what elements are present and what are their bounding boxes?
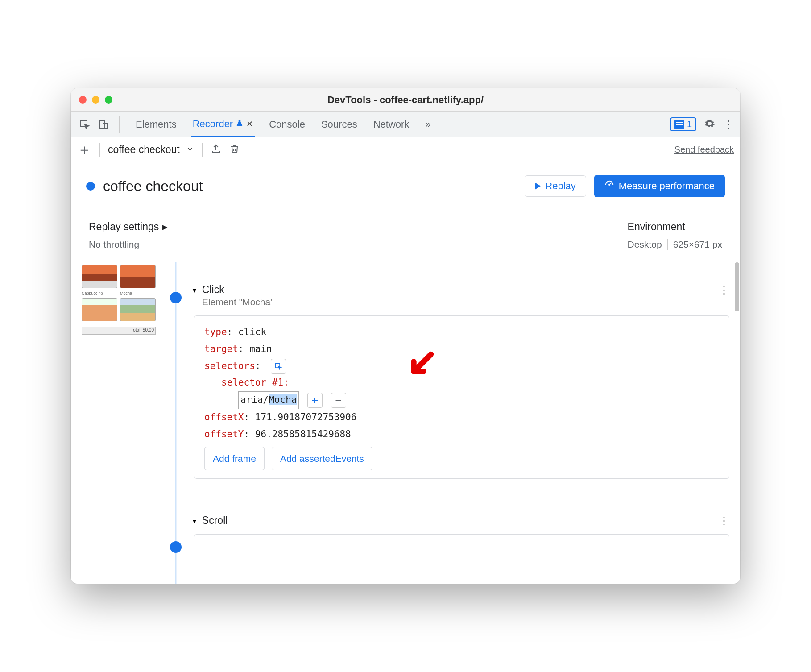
svg-rect-1 — [99, 121, 105, 128]
recorder-toolbar: ＋ coffee checkout Send feedback — [71, 137, 740, 162]
step-menu-icon[interactable]: ⋮ — [719, 284, 729, 296]
selector-input[interactable]: aria/Mocha — [238, 391, 299, 409]
device-toolbar-icon[interactable] — [96, 117, 111, 132]
kebab-menu-icon[interactable]: ⋮ — [723, 118, 734, 131]
timeline-node[interactable] — [170, 292, 182, 303]
send-feedback-link[interactable]: Send feedback — [674, 145, 734, 155]
scrollbar[interactable] — [735, 262, 739, 311]
export-icon[interactable] — [211, 144, 221, 156]
step-menu-icon[interactable]: ⋮ — [719, 514, 729, 527]
more-tabs-icon[interactable]: » — [423, 112, 432, 137]
environment-label: Environment — [628, 221, 722, 233]
step-scroll: ▼ Scroll ⋮ — [191, 514, 729, 540]
chevron-down-icon — [186, 144, 194, 156]
inspect-element-icon[interactable] — [77, 117, 92, 132]
add-frame-button[interactable]: Add frame — [204, 447, 265, 471]
disclosure-triangle-icon[interactable]: ▼ — [191, 287, 198, 294]
tab-console[interactable]: Console — [267, 112, 307, 137]
issues-badge[interactable]: 1 — [670, 117, 696, 131]
tabs-list: Elements Recorder ✕ Console Sources Netw… — [134, 112, 666, 137]
thumbnail — [120, 298, 156, 321]
environment-detail: Desktop 625×671 px — [628, 239, 722, 250]
chat-icon — [674, 120, 684, 129]
flask-icon — [236, 118, 244, 130]
devtools-window: DevTools - coffee-cart.netlify.app/ Elem… — [71, 88, 740, 584]
recording-header: coffee checkout Replay Measure performan… — [71, 162, 740, 210]
devtools-tabbar: Elements Recorder ✕ Console Sources Netw… — [71, 112, 740, 137]
thumbnail-column: Cappuccino Mocha Total: $0.00 — [71, 262, 160, 584]
tab-sources[interactable]: Sources — [319, 112, 359, 137]
add-selector-button[interactable]: + — [307, 393, 323, 408]
remove-selector-button[interactable]: − — [331, 393, 346, 408]
step-details-card: type: click target: main selectors: sele… — [194, 315, 729, 479]
total-badge: Total: $0.00 — [82, 327, 156, 335]
throttle-value: No throttling — [89, 239, 628, 250]
step-details-card — [194, 534, 729, 540]
toolbar-right: 1 ⋮ — [670, 117, 734, 131]
select-element-button[interactable] — [271, 359, 286, 374]
chevron-right-icon: ▸ — [162, 221, 168, 233]
settings-gear-icon[interactable] — [704, 118, 715, 131]
settings-row: Replay settings ▸ No throttling Environm… — [71, 210, 740, 262]
new-recording-button[interactable]: ＋ — [77, 140, 91, 160]
steps-column: ▼ Click Element "Mocha" ⋮ type: click ta… — [191, 262, 740, 584]
measure-performance-button[interactable]: Measure performance — [594, 175, 725, 197]
titlebar: DevTools - coffee-cart.netlify.app/ — [71, 88, 740, 112]
delete-icon[interactable] — [229, 144, 240, 156]
step-title: Click — [202, 284, 714, 296]
thumbnail — [82, 298, 117, 321]
timeline: Cappuccino Mocha Total: $0.00 ▼ C — [71, 262, 740, 584]
replay-settings-toggle[interactable]: Replay settings ▸ — [89, 221, 628, 233]
step-subtitle: Element "Mocha" — [202, 297, 714, 307]
recording-title: coffee checkout — [103, 178, 517, 195]
recording-dropdown[interactable]: coffee checkout — [108, 144, 194, 156]
tab-network[interactable]: Network — [372, 112, 411, 137]
replay-button[interactable]: Replay — [525, 175, 586, 197]
play-icon — [535, 183, 541, 190]
thumbnail — [120, 265, 156, 288]
close-tab-icon[interactable]: ✕ — [246, 119, 253, 129]
gauge-icon — [604, 180, 614, 192]
tab-recorder[interactable]: Recorder ✕ — [191, 112, 255, 137]
window-title: DevTools - coffee-cart.netlify.app/ — [71, 94, 740, 106]
thumbnail — [82, 265, 117, 288]
add-asserted-events-button[interactable]: Add assertedEvents — [272, 447, 372, 471]
tab-elements[interactable]: Elements — [134, 112, 178, 137]
timeline-node[interactable] — [170, 541, 182, 553]
timeline-track — [160, 262, 191, 584]
recording-status-dot — [86, 182, 95, 191]
disclosure-triangle-icon[interactable]: ▼ — [191, 518, 198, 525]
step-click: ▼ Click Element "Mocha" ⋮ type: click ta… — [191, 284, 729, 479]
step-title: Scroll — [202, 514, 714, 527]
